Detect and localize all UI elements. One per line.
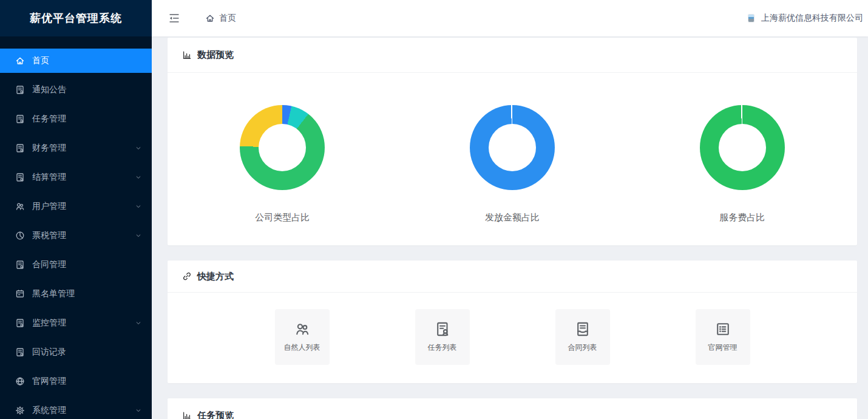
sidebar-item-11[interactable]: 回访记录 xyxy=(0,340,152,364)
panel-title-label: 数据预览 xyxy=(197,49,234,61)
home-icon xyxy=(205,13,215,23)
page-content: 数据预览 公司类型占比发放金额占比服务费占比 快捷方式 自然人列表任务列表合同列… xyxy=(152,36,868,419)
data-preview-header: 数据预览 xyxy=(168,38,857,73)
sidebar-item-5[interactable]: 结算管理 xyxy=(0,165,152,189)
panel-title: 任务预览 xyxy=(182,410,234,419)
user-avatar xyxy=(748,15,754,22)
sidebar-item-label: 结算管理 xyxy=(32,172,135,183)
sidebar-item-7[interactable]: 票税管理 xyxy=(0,223,152,248)
shortcut-label: 官网管理 xyxy=(708,342,737,353)
sidebar-item-4[interactable]: 财务管理 xyxy=(0,136,152,160)
panel-title: 数据预览 xyxy=(182,49,234,61)
chevron-down-icon xyxy=(135,232,142,239)
gear-icon xyxy=(15,406,25,415)
breadcrumb[interactable]: 首页 xyxy=(205,13,236,24)
shortcut-label: 任务列表 xyxy=(428,342,457,353)
blacklist-icon xyxy=(15,289,25,299)
chevron-down-icon xyxy=(135,407,142,414)
monitor-doc-icon xyxy=(15,318,25,328)
sidebar-item-label: 通知公告 xyxy=(32,84,142,95)
task-doc-icon xyxy=(15,114,25,124)
shortcut-card-1[interactable]: 自然人列表 xyxy=(275,309,330,365)
user-company-menu[interactable]: 上海薪优信息科技有限公司 xyxy=(748,13,863,24)
panel-title-label: 快捷方式 xyxy=(197,271,234,282)
finance-doc-icon xyxy=(15,143,25,153)
bar-chart-icon xyxy=(182,411,192,419)
panel-title-label: 任务预览 xyxy=(197,410,234,419)
sidebar-item-6[interactable]: 用户管理 xyxy=(0,194,152,219)
panel-title: 快捷方式 xyxy=(182,271,234,282)
sidebar-item-label: 系统管理 xyxy=(32,405,135,416)
donut-chart: 服务费占比 xyxy=(627,105,857,223)
home-icon xyxy=(15,56,25,66)
sidebar-item-label: 票税管理 xyxy=(32,230,135,241)
sidebar-menu: 首页通知公告任务管理财务管理结算管理用户管理票税管理合同管理黑名单管理监控管理回… xyxy=(0,36,152,419)
sidebar-item-1[interactable]: 首页 xyxy=(0,49,152,73)
globe-icon xyxy=(15,376,25,386)
sidebar-item-12[interactable]: 官网管理 xyxy=(0,369,152,393)
chevron-down-icon xyxy=(135,174,142,181)
donut-charts-row: 公司类型占比发放金额占比服务费占比 xyxy=(168,73,857,245)
donut-chart: 公司类型占比 xyxy=(168,105,398,223)
sidebar-item-10[interactable]: 监控管理 xyxy=(0,311,152,335)
main-area: 首页 上海薪优信息科技有限公司 数据预览 公司类型占比发放金额占比服务费占比 快… xyxy=(152,0,868,419)
users-icon xyxy=(15,202,25,211)
sidebar: 薪优平台管理系统 首页通知公告任务管理财务管理结算管理用户管理票税管理合同管理黑… xyxy=(0,0,152,419)
chevron-down-icon xyxy=(135,145,142,152)
sidebar-item-label: 首页 xyxy=(32,55,142,66)
contract-icon xyxy=(575,321,591,337)
visit-doc-icon xyxy=(15,347,25,357)
people-icon xyxy=(294,321,310,337)
site-list-icon xyxy=(715,321,731,337)
sidebar-item-8[interactable]: 合同管理 xyxy=(0,253,152,277)
sidebar-item-3[interactable]: 任务管理 xyxy=(0,107,152,131)
chart-title: 服务费占比 xyxy=(719,212,765,223)
pie-icon xyxy=(15,231,25,240)
app-title: 薪优平台管理系统 xyxy=(0,0,152,36)
sidebar-item-2[interactable]: 通知公告 xyxy=(0,78,152,102)
contract-doc-icon xyxy=(15,260,25,270)
shortcut-card-2[interactable]: 任务列表 xyxy=(415,309,470,365)
company-name: 上海薪优信息科技有限公司 xyxy=(761,13,863,24)
notice-doc-icon xyxy=(15,85,25,95)
task-preview-header: 任务预览 xyxy=(168,398,857,419)
shortcuts-panel: 快捷方式 自然人列表任务列表合同列表官网管理 xyxy=(168,261,857,383)
sidebar-item-label: 回访记录 xyxy=(32,347,142,358)
donut-ring xyxy=(240,105,325,190)
fold-icon[interactable] xyxy=(168,12,181,25)
shortcut-card-4[interactable]: 官网管理 xyxy=(696,309,750,365)
sidebar-item-label: 官网管理 xyxy=(32,376,142,387)
data-preview-panel: 数据预览 公司类型占比发放金额占比服务费占比 xyxy=(168,38,857,245)
donut-chart: 发放金额占比 xyxy=(398,105,628,223)
sidebar-item-label: 黑名单管理 xyxy=(32,288,142,299)
shortcut-card-3[interactable]: 合同列表 xyxy=(555,309,610,365)
top-header: 首页 上海薪优信息科技有限公司 xyxy=(152,0,868,36)
shortcut-label: 自然人列表 xyxy=(284,342,320,353)
sidebar-item-label: 用户管理 xyxy=(32,201,135,212)
shortcuts-header: 快捷方式 xyxy=(168,261,857,293)
sidebar-item-13[interactable]: 系统管理 xyxy=(0,398,152,419)
task-list-icon xyxy=(435,321,450,337)
sidebar-item-label: 合同管理 xyxy=(32,259,142,270)
chevron-down-icon xyxy=(135,203,142,210)
breadcrumb-label: 首页 xyxy=(219,13,236,24)
settle-doc-icon xyxy=(15,172,25,182)
shortcut-row: 自然人列表任务列表合同列表官网管理 xyxy=(168,293,857,383)
chevron-down-icon xyxy=(135,319,142,327)
sidebar-item-label: 任务管理 xyxy=(32,114,142,124)
sidebar-item-label: 财务管理 xyxy=(32,143,135,154)
shortcut-label: 合同列表 xyxy=(568,342,597,353)
sidebar-item-9[interactable]: 黑名单管理 xyxy=(0,282,152,306)
sidebar-item-label: 监控管理 xyxy=(32,318,135,329)
link-icon xyxy=(182,271,192,281)
bar-chart-icon xyxy=(182,50,192,60)
donut-ring xyxy=(700,105,785,190)
task-preview-panel: 任务预览 xyxy=(168,398,857,419)
chart-title: 发放金额占比 xyxy=(485,212,540,223)
chart-title: 公司类型占比 xyxy=(255,212,310,223)
donut-ring xyxy=(470,105,555,190)
